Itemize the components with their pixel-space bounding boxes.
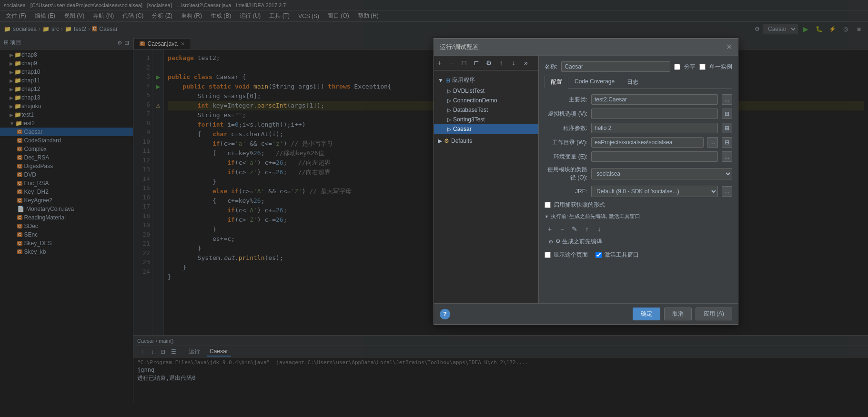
build-icon: ⚙: [548, 238, 554, 245]
program-args-input[interactable]: [591, 123, 718, 133]
activate-window-checkbox[interactable]: [595, 252, 602, 258]
dialog-left-header: ▼ ⊞ 应用程序: [434, 74, 538, 86]
before-launch-label: 执行前: 生成之前先编译, 激活工具窗口: [551, 213, 640, 220]
config-settings-button[interactable]: ⚙: [484, 58, 494, 68]
main-class-browse-btn[interactable]: ...: [722, 94, 732, 105]
capture-snapshot-checkbox[interactable]: [545, 202, 551, 208]
capture-snapshot-row: 启用捕获快照的形式: [545, 201, 732, 209]
config-label: Caesar: [453, 126, 472, 132]
expand-arrow-defaults[interactable]: ▶: [438, 138, 442, 144]
add-config-button[interactable]: +: [434, 58, 444, 68]
dialog-defaults-section: ▶ ⚙ Defaults: [434, 136, 538, 146]
config-label: Sorting3Test: [453, 116, 485, 123]
config-icon: ▷: [447, 88, 451, 94]
show-page-row: 显示这个页面: [545, 251, 588, 259]
config-label: ConnectionDemo: [453, 97, 497, 104]
env-vars-browse-btn[interactable]: ...: [722, 151, 732, 162]
main-class-label: 主要类:: [545, 96, 587, 104]
jvm-options-input[interactable]: [591, 109, 718, 119]
program-args-label: 程序参数:: [545, 124, 587, 132]
help-button[interactable]: ?: [440, 309, 450, 319]
config-icon: ▷: [447, 107, 451, 113]
move-down-button[interactable]: ↓: [508, 58, 519, 68]
dialog-close-button[interactable]: ✕: [726, 42, 732, 51]
ok-button[interactable]: 确定: [633, 308, 660, 320]
before-launch-add-btn[interactable]: +: [545, 224, 555, 234]
defaults-label: Defaults: [451, 138, 472, 144]
config-icon: ▷: [447, 98, 451, 104]
save-config-button[interactable]: ⊏: [471, 58, 482, 68]
expand-arrow-app[interactable]: ▼: [438, 77, 444, 84]
work-dir-macro-btn[interactable]: ⊟: [722, 137, 732, 148]
capture-snapshot-label: 启用捕获快照的形式: [554, 201, 605, 209]
module-classpath-row: 使用模块的类路径 (O): socialsea: [545, 166, 732, 182]
config-label: DatabaseTest: [453, 107, 488, 113]
jvm-options-row: 虚拟机选项 (V): ⊞: [545, 109, 732, 119]
single-instance-checkbox[interactable]: [699, 64, 706, 70]
page-options-row: 显示这个页面 激活工具窗口: [545, 251, 732, 263]
env-vars-label: 环境变量 (E):: [545, 153, 587, 161]
jre-browse-btn[interactable]: ...: [722, 186, 732, 197]
app-section-icon: ⊞: [445, 77, 450, 84]
before-launch-up-btn[interactable]: ↑: [582, 224, 592, 234]
env-vars-row: 环境变量 (E): ...: [545, 151, 732, 162]
run-debug-dialog: 运行/调试配置 ✕ + − □ ⊏ ⚙ ↑ ↓ » ▼ ⊞ 应用: [434, 38, 738, 325]
before-launch-down-btn[interactable]: ↓: [594, 224, 605, 234]
before-launch-item: ⚙ ⚙ 生成之前先编译: [545, 236, 732, 247]
before-launch-item-label: ⚙ 生成之前先编译: [555, 238, 602, 246]
program-args-row: 程序参数: ⊞: [545, 123, 732, 133]
remove-config-button[interactable]: −: [446, 58, 457, 68]
cancel-button[interactable]: 取消: [664, 308, 692, 320]
defaults-icon: ⚙: [444, 138, 449, 144]
jre-select[interactable]: Default (9.0 - SDK of 'socialse...): [591, 186, 718, 197]
copy-config-button[interactable]: □: [459, 58, 469, 68]
dialog-overlay[interactable]: 运行/调试配置 ✕ + − □ ⊏ ⚙ ↑ ↓ » ▼ ⊞ 应用: [0, 0, 868, 417]
dialog-left-panel: + − □ ⊏ ⚙ ↑ ↓ » ▼ ⊞ 应用程序 ▷ DVDLi: [434, 56, 539, 303]
dialog-title-bar: 运行/调试配置 ✕: [434, 39, 738, 56]
config-label: DVDListTest: [453, 88, 484, 94]
single-instance-label: 单一实例: [709, 63, 732, 71]
work-dir-row: 工作目录 (W): ... ⊟: [545, 137, 732, 148]
main-class-row: 主要类: ...: [545, 94, 732, 105]
share-label: 分享: [684, 63, 696, 71]
jre-row: JRE: Default (9.0 - SDK of 'socialse...)…: [545, 186, 732, 197]
dialog-footer-buttons: 确定 取消 应用 (A): [633, 308, 732, 320]
name-input[interactable]: [561, 61, 670, 72]
dialog-right-panel: 名称: 分享 单一实例 配置 Code Coverage 日志 主要类:: [539, 56, 738, 303]
jvm-options-expand-btn[interactable]: ⊞: [722, 109, 732, 119]
dialog-item-dvdlisttest[interactable]: ▷ DVDListTest: [434, 86, 538, 96]
dialog-item-databasetest[interactable]: ▷ DatabaseTest: [434, 105, 538, 115]
more-button[interactable]: »: [521, 58, 531, 68]
dialog-item-connectiondemo[interactable]: ▷ ConnectionDemo: [434, 96, 538, 105]
dialog-body: + − □ ⊏ ⚙ ↑ ↓ » ▼ ⊞ 应用程序 ▷ DVDLi: [434, 56, 738, 303]
activate-window-row: 激活工具窗口: [595, 251, 639, 259]
dialog-left-toolbar: + − □ ⊏ ⚙ ↑ ↓ »: [434, 56, 538, 70]
config-tab-coverage[interactable]: Code Coverage: [568, 76, 621, 88]
apply-button[interactable]: 应用 (A): [696, 308, 732, 320]
work-dir-label: 工作目录 (W):: [545, 139, 587, 147]
config-tab-log[interactable]: 日志: [621, 76, 645, 88]
program-args-expand-btn[interactable]: ⊞: [722, 123, 732, 133]
work-dir-input[interactable]: [591, 137, 704, 148]
jre-label: JRE:: [545, 188, 587, 195]
dialog-item-sorting3test[interactable]: ▷ Sorting3Test: [434, 115, 538, 124]
config-tabs: 配置 Code Coverage 日志: [545, 76, 732, 89]
main-class-input[interactable]: [591, 94, 718, 105]
before-launch-toolbar: + − ✎ ↑ ↓: [545, 222, 732, 236]
move-up-button[interactable]: ↑: [496, 58, 506, 68]
work-dir-browse-btn[interactable]: ...: [707, 137, 718, 148]
share-checkbox[interactable]: [674, 64, 680, 70]
name-row: 名称: 分享 单一实例: [545, 61, 732, 72]
env-vars-input[interactable]: [591, 151, 718, 162]
before-launch-edit-btn[interactable]: ✎: [569, 224, 580, 234]
show-page-checkbox[interactable]: [545, 252, 551, 258]
app-section-label: 应用程序: [452, 76, 475, 84]
show-page-label: 显示这个页面: [554, 251, 588, 259]
before-launch-remove-btn[interactable]: −: [557, 224, 567, 234]
dialog-item-caesar[interactable]: ▷ Caesar: [434, 124, 538, 134]
module-classpath-label: 使用模块的类路径 (O):: [545, 166, 587, 182]
jvm-options-label: 虚拟机选项 (V):: [545, 110, 587, 118]
module-classpath-select[interactable]: socialsea: [591, 168, 732, 179]
config-tab-config[interactable]: 配置: [545, 76, 568, 89]
dialog-footer: ? 确定 取消 应用 (A): [434, 303, 738, 324]
